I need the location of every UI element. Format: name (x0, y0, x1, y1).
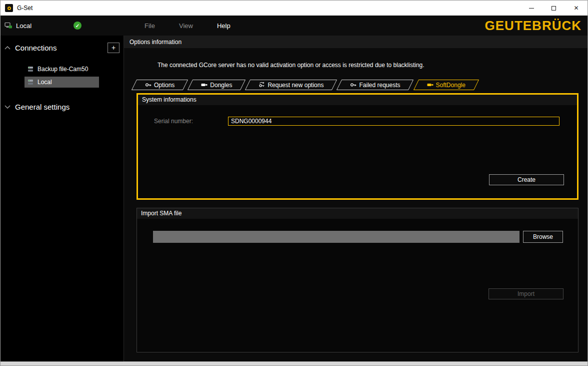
tab-label: Options (154, 82, 174, 89)
connection-selector[interactable]: Local ✓ (4, 22, 82, 30)
menu-file[interactable]: File (144, 22, 155, 30)
panel-title: System informations (138, 95, 577, 105)
tab-label: Failed requests (359, 82, 400, 89)
app-logo-icon (5, 4, 13, 12)
sidebar-section-general-settings[interactable]: General settings (0, 101, 124, 113)
connection-item-backup[interactable]: Backup file-Cam50 (24, 64, 99, 75)
menu-view[interactable]: View (179, 22, 193, 30)
connection-icon (4, 22, 12, 30)
app-window: G-Set ✕ Local ✓ File Vie (0, 0, 588, 366)
tab-label: Dongles (210, 82, 232, 89)
brand-logo: GEUTEBRÜCK (485, 18, 582, 34)
chevron-down-icon (4, 105, 12, 109)
tab-label: SoftDongle (436, 82, 466, 89)
tab-failed-requests[interactable]: Failed requests (339, 80, 411, 90)
section-label: General settings (15, 103, 70, 111)
key-icon (350, 82, 356, 88)
menu-bar: File View Help (144, 22, 230, 30)
connected-check-icon: ✓ (74, 22, 82, 30)
create-button[interactable]: Create (489, 174, 564, 185)
dongle-icon (201, 82, 208, 88)
import-button[interactable]: Import (488, 288, 564, 299)
minimize-icon (529, 8, 534, 9)
key-icon (145, 82, 152, 88)
activation-notice: The connected GCore server has no valid … (158, 62, 424, 69)
minimize-button[interactable] (520, 1, 542, 16)
top-bar: Local ✓ File View Help GEUTEBRÜCK (0, 16, 588, 36)
server-icon (27, 66, 34, 73)
connection-item-label: Backup file-Cam50 (38, 66, 88, 73)
tab-label: Request new options (268, 82, 324, 89)
close-button[interactable]: ✕ (565, 1, 588, 16)
horizontal-scrollbar[interactable] (0, 361, 588, 365)
title-bar[interactable]: G-Set ✕ (0, 1, 588, 16)
page-title: Options information (124, 36, 588, 48)
serial-number-label: Serial number: (154, 118, 228, 125)
key-request-icon (258, 82, 265, 88)
browse-button[interactable]: Browse (523, 231, 563, 243)
main-content: Options information The connected GCore … (124, 36, 588, 361)
maximize-button[interactable] (542, 1, 565, 16)
sidebar-section-connections[interactable]: Connections + (0, 42, 124, 54)
close-icon: ✕ (574, 5, 578, 11)
server-icon (27, 79, 34, 86)
add-connection-button[interactable]: + (108, 43, 120, 53)
connection-item-local[interactable]: Local (24, 77, 99, 88)
serial-number-input[interactable] (228, 117, 560, 126)
sma-file-path-input[interactable] (153, 231, 520, 243)
connections-list: Backup file-Cam50 Local (0, 64, 124, 88)
tab-softdongle[interactable]: SoftDongle (416, 80, 476, 90)
section-label: Connections (15, 44, 56, 52)
tab-strip: Options Dongles (134, 80, 481, 90)
tab-options[interactable]: Options (134, 80, 186, 90)
system-informations-panel: System informations Serial number: Creat… (136, 93, 578, 200)
connection-item-label: Local (38, 79, 52, 86)
dongle-icon (427, 82, 434, 88)
panel-title: Import SMA file (137, 208, 578, 219)
maximize-icon (552, 6, 556, 11)
menu-help[interactable]: Help (217, 22, 230, 30)
chevron-up-icon (4, 46, 12, 50)
window-title: G-Set (17, 5, 32, 12)
tab-dongles[interactable]: Dongles (190, 80, 243, 90)
import-sma-panel: Import SMA file Browse Import (136, 208, 578, 352)
tab-request-new-options[interactable]: Request new options (248, 80, 334, 90)
sidebar: Connections + Backup file-Cam50 (0, 36, 124, 361)
connection-label: Local (16, 22, 32, 30)
